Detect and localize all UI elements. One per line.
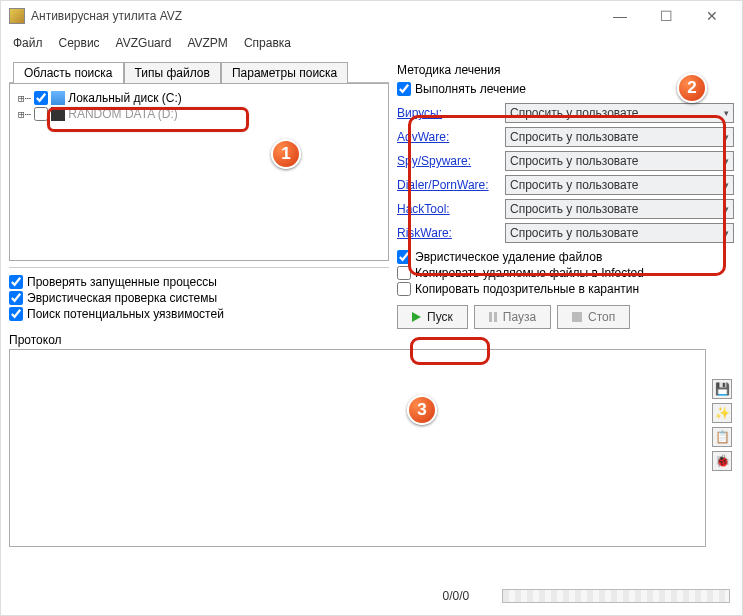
left-tabs: Область поиска Типы файлов Параметры пои… — [9, 61, 389, 83]
select-hacktool[interactable]: Спросить у пользовате▾ — [505, 199, 734, 219]
start-button[interactable]: Пуск — [397, 305, 468, 329]
sparkle-icon: ✨ — [715, 406, 730, 420]
start-button-label: Пуск — [427, 310, 453, 324]
clear-log-button[interactable]: ✨ — [712, 403, 732, 423]
drive-c-label: Локальный диск (C:) — [68, 91, 182, 105]
chevron-down-icon: ▾ — [724, 108, 729, 118]
stop-button-label: Стоп — [588, 310, 615, 324]
select-advware[interactable]: Спросить у пользовате▾ — [505, 127, 734, 147]
treat-row-riskware: RiskWare: Спросить у пользовате▾ — [397, 221, 734, 245]
minimize-button[interactable]: — — [606, 8, 634, 24]
tab-file-types[interactable]: Типы файлов — [124, 62, 221, 83]
check-vulnerabilities-label: Поиск потенциальных уязвимостей — [27, 307, 224, 321]
check-heuristic-delete[interactable] — [397, 250, 411, 264]
chevron-down-icon: ▾ — [724, 132, 729, 142]
treat-row-dialer: Dialer/PornWare: Спросить у пользовате▾ — [397, 173, 734, 197]
play-icon — [412, 312, 421, 322]
perform-treatment-checkbox[interactable] — [397, 82, 411, 96]
link-dialer[interactable]: Dialer/PornWare: — [397, 178, 499, 192]
pause-icon — [489, 312, 497, 322]
stop-icon — [572, 312, 582, 322]
drive-icon — [51, 107, 65, 121]
menu-help[interactable]: Справка — [238, 34, 297, 52]
chevron-down-icon: ▾ — [724, 228, 729, 238]
expand-icon[interactable]: ⊞┄ — [18, 92, 31, 105]
status-bar: 0/0/0 — [1, 585, 742, 607]
progress-bar — [502, 589, 730, 603]
check-processes[interactable] — [9, 275, 23, 289]
pause-button[interactable]: Пауза — [474, 305, 551, 329]
tab-search-area[interactable]: Область поиска — [13, 62, 124, 83]
drive-icon — [51, 91, 65, 105]
stop-button[interactable]: Стоп — [557, 305, 630, 329]
menu-avzpm[interactable]: AVZPM — [181, 34, 233, 52]
copy-log-button[interactable]: 📋 — [712, 427, 732, 447]
menu-service[interactable]: Сервис — [53, 34, 106, 52]
check-vulnerabilities[interactable] — [9, 307, 23, 321]
save-icon: 💾 — [715, 382, 730, 396]
check-copy-quarantine-label: Копировать подозрительные в карантин — [415, 282, 639, 296]
select-virus[interactable]: Спросить у пользовате▾ — [505, 103, 734, 123]
drive-d-checkbox[interactable] — [34, 107, 48, 121]
app-icon — [9, 8, 25, 24]
tree-item-c[interactable]: ⊞┄ Локальный диск (C:) — [16, 90, 382, 106]
check-copy-quarantine[interactable] — [397, 282, 411, 296]
select-dialer[interactable]: Спросить у пользовате▾ — [505, 175, 734, 195]
check-heuristic-system-label: Эвристическая проверка системы — [27, 291, 217, 305]
treatment-extra-options: Эвристическое удаление файлов Копировать… — [397, 249, 734, 297]
chevron-down-icon: ▾ — [724, 204, 729, 214]
perform-treatment-label: Выполнять лечение — [415, 82, 526, 96]
drive-tree[interactable]: ⊞┄ Локальный диск (C:) ⊞┄ RANDOM DATA (D… — [9, 83, 389, 261]
link-hacktool[interactable]: HackTool: — [397, 202, 499, 216]
tab-search-params[interactable]: Параметры поиска — [221, 62, 348, 83]
pause-button-label: Пауза — [503, 310, 536, 324]
title-bar: Антивирусная утилита AVZ — ☐ ✕ — [1, 1, 742, 31]
action-buttons: Пуск Пауза Стоп — [397, 305, 734, 329]
drive-d-label: RANDOM DATA (D:) — [68, 107, 178, 121]
left-options: Проверять запущенные процессы Эвристичес… — [9, 267, 389, 322]
menu-bar: Файл Сервис AVZGuard AVZPM Справка — [1, 31, 742, 55]
menu-file[interactable]: Файл — [7, 34, 49, 52]
check-processes-label: Проверять запущенные процессы — [27, 275, 217, 289]
window-title: Антивирусная утилита AVZ — [31, 9, 606, 23]
link-riskware[interactable]: RiskWare: — [397, 226, 499, 240]
protocol-toolbar: 💾 ✨ 📋 🐞 — [712, 379, 732, 471]
select-spyware[interactable]: Спросить у пользовате▾ — [505, 151, 734, 171]
bug-icon: 🐞 — [715, 454, 730, 468]
chevron-down-icon: ▾ — [724, 180, 729, 190]
expand-icon[interactable]: ⊞┄ — [18, 108, 31, 121]
treat-row-virus: Вирусы: Спросить у пользовате▾ — [397, 101, 734, 125]
maximize-button[interactable]: ☐ — [652, 8, 680, 24]
save-log-button[interactable]: 💾 — [712, 379, 732, 399]
link-virus[interactable]: Вирусы: — [397, 106, 499, 120]
chevron-down-icon: ▾ — [724, 156, 729, 166]
check-heuristic-system[interactable] — [9, 291, 23, 305]
treatment-section-title: Методика лечения — [397, 61, 734, 81]
menu-avzguard[interactable]: AVZGuard — [110, 34, 178, 52]
copy-icon: 📋 — [715, 430, 730, 444]
link-advware[interactable]: AdvWare: — [397, 130, 499, 144]
protocol-textarea[interactable] — [9, 349, 706, 547]
check-copy-infected[interactable] — [397, 266, 411, 280]
check-copy-infected-label: Копировать удаляемые файлы в Infected — [415, 266, 644, 280]
bug-report-button[interactable]: 🐞 — [712, 451, 732, 471]
close-button[interactable]: ✕ — [698, 8, 726, 24]
link-spyware[interactable]: Spy/Spyware: — [397, 154, 499, 168]
select-riskware[interactable]: Спросить у пользовате▾ — [505, 223, 734, 243]
treat-row-spyware: Spy/Spyware: Спросить у пользовате▾ — [397, 149, 734, 173]
check-heuristic-delete-label: Эвристическое удаление файлов — [415, 250, 602, 264]
treat-row-advware: AdvWare: Спросить у пользовате▾ — [397, 125, 734, 149]
tree-item-d[interactable]: ⊞┄ RANDOM DATA (D:) — [16, 106, 382, 122]
drive-c-checkbox[interactable] — [34, 91, 48, 105]
treat-row-hacktool: HackTool: Спросить у пользовате▾ — [397, 197, 734, 221]
status-counts: 0/0/0 — [416, 589, 496, 603]
window-controls: — ☐ ✕ — [606, 8, 734, 24]
protocol-label: Протокол — [1, 329, 742, 349]
